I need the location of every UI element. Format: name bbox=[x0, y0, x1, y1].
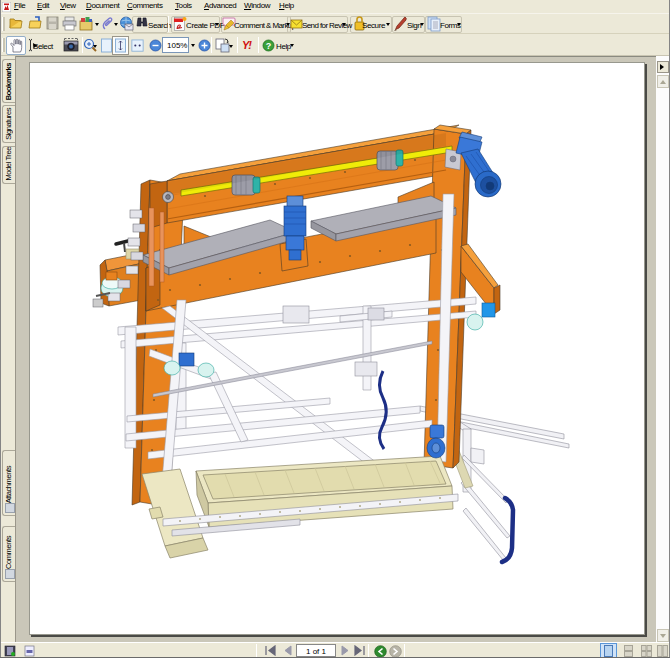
svg-text:?: ? bbox=[266, 41, 272, 51]
